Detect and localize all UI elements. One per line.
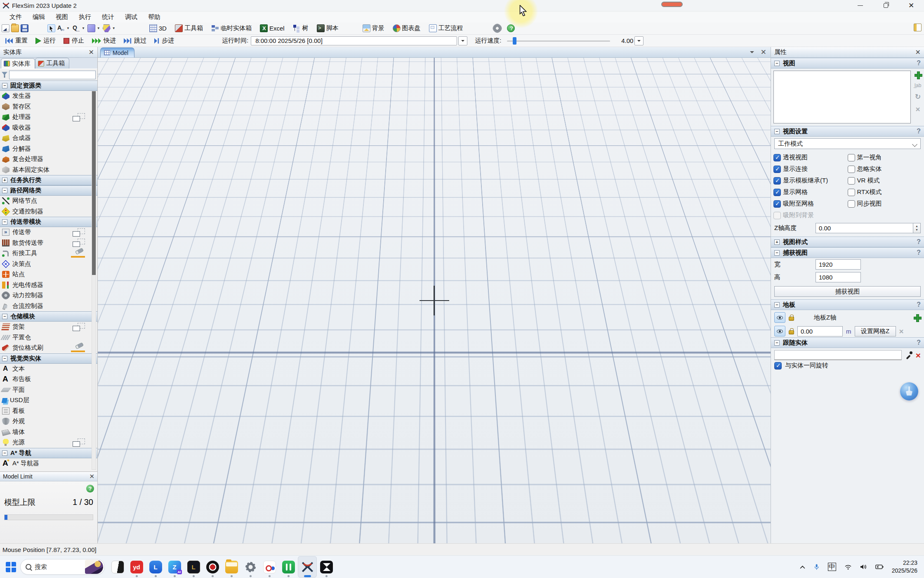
library-item[interactable]: 动力控制器 — [0, 290, 97, 301]
lock-icon[interactable] — [789, 330, 794, 334]
run-button-reset[interactable]: 重置 — [2, 36, 30, 45]
library-item[interactable]: 光源 — [0, 437, 97, 448]
taskbar-app-explorer[interactable] — [222, 556, 241, 578]
taskbar-app-jianying[interactable] — [317, 556, 336, 578]
collapse-icon[interactable]: − — [774, 61, 780, 66]
library-item[interactable]: 交通控制器 — [0, 206, 97, 217]
section-capture-header[interactable]: − 捕获视图 ? — [771, 247, 924, 258]
checkbox[interactable] — [773, 212, 781, 219]
3d-view-canvas[interactable] — [98, 58, 771, 543]
new-model-icon[interactable] — [2, 24, 9, 32]
section-view-settings-header[interactable]: − 视图设置 ? — [771, 126, 924, 137]
toolbar-button-process-flow[interactable]: 工艺流程 — [427, 24, 465, 33]
section-help-icon[interactable]: ? — [917, 128, 921, 135]
library-item[interactable]: 平面 — [0, 385, 97, 396]
views-listbox[interactable] — [773, 71, 911, 123]
section-help-icon[interactable]: ? — [917, 59, 921, 67]
library-item[interactable]: 传送带 — [0, 227, 97, 238]
menu-item-2[interactable]: 编辑 — [27, 12, 50, 22]
library-item[interactable]: 货架 — [0, 322, 97, 332]
collapse-icon[interactable]: − — [774, 302, 780, 308]
library-item[interactable]: 吸收器 — [0, 123, 97, 133]
library-group-7[interactable]: −A* 导航 — [0, 448, 97, 458]
settings-gear-icon[interactable] — [493, 24, 501, 32]
minimize-button[interactable] — [847, 0, 873, 11]
run-button-fast-forward[interactable]: 快进 — [89, 36, 118, 45]
select-cursor-icon[interactable] — [47, 24, 55, 32]
restore-button[interactable] — [873, 0, 898, 11]
library-item[interactable]: 发生器 — [0, 91, 97, 102]
speaker-icon[interactable] — [860, 564, 867, 570]
close-button[interactable]: ✕ — [898, 0, 924, 11]
toolbar-button-script[interactable]: 脚本 — [315, 24, 340, 33]
collapse-icon[interactable]: − — [2, 188, 7, 193]
run-button-run[interactable]: 运行 — [33, 36, 58, 45]
run-button-skip[interactable]: 跳过 — [121, 36, 149, 45]
library-item[interactable]: 暂存区 — [0, 102, 97, 112]
checkbox[interactable] — [773, 200, 781, 208]
library-item[interactable]: 衔接工具 — [0, 248, 97, 259]
time-dropdown-button[interactable] — [458, 36, 467, 45]
section-view-header[interactable]: − 视图 ? — [771, 58, 924, 69]
checkbox[interactable] — [773, 189, 781, 196]
viewport-dropdown-icon[interactable] — [750, 51, 754, 55]
library-filter-input[interactable] — [9, 71, 96, 79]
run-speed-slider[interactable] — [507, 36, 610, 45]
z-height-spinner[interactable]: ▲▼ — [913, 223, 921, 233]
checkbox[interactable] — [848, 154, 855, 161]
library-item[interactable]: 复合处理器 — [0, 154, 97, 165]
paint-dropdown-icon[interactable]: ▼ — [112, 26, 116, 30]
run-button-stop[interactable]: 停止 — [61, 36, 87, 45]
floor-z-input[interactable]: 0.00 — [797, 326, 843, 336]
connect-objects-icon[interactable] — [57, 24, 65, 32]
taskbar-app-settings[interactable] — [241, 556, 260, 578]
paint-tool-icon[interactable] — [103, 24, 111, 32]
viewport-close-icon[interactable]: ✕ — [761, 49, 766, 56]
library-item[interactable]: USD层 — [0, 395, 97, 406]
toolbar-button-dashboard[interactable]: 图表盘 — [391, 24, 422, 33]
checkbox[interactable] — [848, 166, 855, 173]
library-item[interactable]: 站点 — [0, 269, 97, 280]
slider-handle[interactable] — [513, 37, 516, 45]
library-item[interactable]: 分解器 — [0, 144, 97, 154]
taskbar-app-league[interactable]: L — [184, 556, 203, 578]
ime-indicator[interactable]: 中 — [828, 563, 836, 571]
taskbar-app-green-pause[interactable] — [279, 556, 298, 578]
library-item[interactable]: 散货传送带 — [0, 238, 97, 249]
follow-object-field[interactable] — [774, 350, 902, 360]
start-button[interactable] — [6, 562, 16, 572]
checkbox[interactable] — [773, 154, 781, 161]
rotate-with-object-checkbox[interactable] — [774, 362, 782, 370]
toolbar-button-tree[interactable]: 树 — [291, 24, 310, 33]
expand-icon[interactable]: + — [774, 239, 780, 245]
lock-icon[interactable] — [789, 317, 794, 321]
taskbar-app-perf-rings[interactable] — [260, 556, 279, 578]
run-time-field[interactable]: 8:00:00 2025/5/26 [0.00] — [251, 36, 457, 45]
library-group-2[interactable]: +任务执行类 — [0, 175, 97, 185]
library-item[interactable]: 看板 — [0, 406, 97, 417]
library-item[interactable]: 合流控制器 — [0, 301, 97, 312]
connect-dropdown-icon[interactable]: ▼ — [66, 26, 70, 30]
menu-item-5[interactable]: 统计 — [97, 12, 120, 22]
collapse-icon[interactable]: − — [774, 129, 780, 134]
checkbox[interactable] — [773, 177, 781, 185]
toolbar-button-excel[interactable]: Excel — [258, 24, 286, 33]
highlight-color-icon[interactable] — [87, 24, 95, 32]
section-help-icon[interactable]: ? — [917, 238, 921, 246]
section-follow-header[interactable]: − 跟随实体 ? — [771, 337, 924, 348]
set-grid-z-button[interactable]: 设置网格Z — [855, 326, 896, 336]
collapse-icon[interactable]: − — [2, 356, 7, 361]
section-help-icon[interactable]: ? — [917, 301, 921, 308]
z-height-input[interactable]: 0.00 — [816, 223, 913, 233]
delete-view-icon[interactable]: × — [915, 105, 920, 113]
checkbox[interactable] — [773, 166, 781, 173]
section-view-style-header[interactable]: + 视图样式 ? — [771, 237, 924, 247]
color-dropdown-icon[interactable]: ▼ — [97, 26, 100, 30]
disconnect-dropdown-icon[interactable]: ▼ — [82, 26, 85, 30]
rename-view-icon[interactable]: I̲ab — [915, 83, 922, 88]
menu-item-7[interactable]: 帮助 — [143, 12, 166, 22]
disconnect-objects-icon[interactable] — [72, 24, 80, 32]
properties-close-icon[interactable]: ✕ — [915, 49, 921, 56]
taskbar-app-capcut-ai[interactable]: Z — [165, 556, 184, 578]
microphone-icon[interactable] — [813, 564, 820, 571]
